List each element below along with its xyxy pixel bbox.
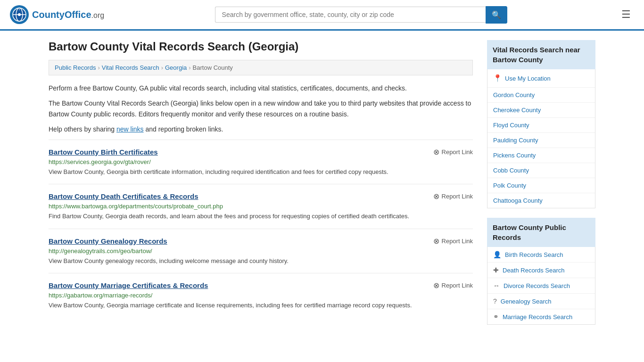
record-header: Bartow County Birth Certificates ⊗ Repor… <box>49 148 473 156</box>
report-icon: ⊗ <box>433 148 439 156</box>
location-pin-icon: 📍 <box>493 74 502 82</box>
main-container: Bartow County Vital Records Search (Geor… <box>39 31 605 344</box>
intro-paragraph-2: The Bartow County Vital Records Search (… <box>49 98 473 119</box>
nearby-county-item: Chattooga County <box>487 193 595 208</box>
report-link[interactable]: ⊗ Report Link <box>433 237 473 246</box>
record-entry: Bartow County Birth Certificates ⊗ Repor… <box>49 140 473 184</box>
sidebar: Vital Records Search near Bartow County … <box>487 40 595 334</box>
record-url: https://gabartow.org/marriage-records/ <box>49 292 473 299</box>
breadcrumb-public-records[interactable]: Public Records <box>55 64 96 71</box>
report-label: Report Link <box>442 282 473 289</box>
public-record-item: ⚭ Marriage Records Search <box>487 309 595 324</box>
nearby-county-item: Pickens County <box>487 148 595 163</box>
nearby-section: Vital Records Search near Bartow County … <box>487 40 595 208</box>
intro-paragraph-3: Help others by sharing new links and rep… <box>49 124 473 134</box>
search-input[interactable] <box>215 7 486 23</box>
nearby-county-item: Cherokee County <box>487 103 595 118</box>
page-title: Bartow County Vital Records Search (Geor… <box>49 40 473 53</box>
public-records-list: 👤 Birth Records Search ✚ Death Records S… <box>487 247 595 325</box>
nearby-county-link[interactable]: Cobb County <box>493 167 529 174</box>
nearby-county-item: Paulding County <box>487 133 595 148</box>
new-links-link[interactable]: new links <box>116 125 144 133</box>
report-label: Report Link <box>442 148 473 156</box>
breadcrumb-current: Bartow County <box>193 64 233 71</box>
search-button[interactable]: 🔍 <box>486 6 507 24</box>
record-desc: Find Bartow County, Georgia death record… <box>49 212 473 221</box>
public-record-icon: 👤 <box>493 251 501 258</box>
menu-button[interactable]: ☰ <box>618 7 635 23</box>
records-list: Bartow County Birth Certificates ⊗ Repor… <box>49 140 473 318</box>
public-record-link[interactable]: Marriage Records Search <box>503 313 572 321</box>
record-title[interactable]: Bartow County Death Certificates & Recor… <box>49 192 198 200</box>
record-title[interactable]: Bartow County Birth Certificates <box>49 148 158 156</box>
public-record-item: 👤 Birth Records Search <box>487 247 595 263</box>
record-url: https://www.bartowga.org/departments/cou… <box>49 203 473 210</box>
logo: CountyOffice.org <box>9 5 104 25</box>
public-record-link[interactable]: Birth Records Search <box>505 251 563 258</box>
record-desc: View Bartow County, Georgia birth certif… <box>49 167 473 177</box>
public-record-item: ✚ Death Records Search <box>487 263 595 278</box>
breadcrumb-georgia[interactable]: Georgia <box>165 64 187 71</box>
report-icon: ⊗ <box>433 192 439 201</box>
content-area: Bartow County Vital Records Search (Geor… <box>49 40 473 334</box>
nearby-county-link[interactable]: Pickens County <box>493 152 536 159</box>
public-record-icon: ✚ <box>493 266 499 274</box>
use-location-item: 📍 Use My Location <box>487 69 595 88</box>
public-record-icon: ↔ <box>493 282 500 289</box>
record-header: Bartow County Death Certificates & Recor… <box>49 192 473 201</box>
nearby-header: Vital Records Search near Bartow County <box>487 40 595 69</box>
public-records-section: Bartow County Public Records 👤 Birth Rec… <box>487 218 595 325</box>
logo-icon <box>9 5 29 25</box>
site-header: CountyOffice.org 🔍 ☰ <box>0 0 644 31</box>
use-location-link[interactable]: Use My Location <box>505 75 551 82</box>
nearby-county-link[interactable]: Paulding County <box>493 137 538 144</box>
nearby-county-link[interactable]: Chattooga County <box>493 197 543 204</box>
record-url: http://genealogytrails.com/geo/bartow/ <box>49 247 473 255</box>
report-label: Report Link <box>442 193 473 200</box>
record-desc: View Bartow County, Georgia marriage cer… <box>49 301 473 310</box>
record-title[interactable]: Bartow County Genealogy Records <box>49 237 167 245</box>
public-record-link[interactable]: Genealogy Search <box>501 298 552 305</box>
record-entry: Bartow County Marriage Certificates & Re… <box>49 273 473 318</box>
breadcrumb-vital-records[interactable]: Vital Records Search <box>102 64 159 71</box>
breadcrumb-sep2: › <box>161 64 163 71</box>
record-url: https://services.georgia.gov/gta/rover/ <box>49 158 473 165</box>
report-icon: ⊗ <box>433 281 439 290</box>
report-icon: ⊗ <box>433 237 439 246</box>
public-record-item: ↔ Divorce Records Search <box>487 278 595 294</box>
nearby-county-link[interactable]: Gordon County <box>493 91 535 99</box>
nearby-county-link[interactable]: Polk County <box>493 182 526 189</box>
breadcrumb-sep1: › <box>98 64 99 71</box>
nearby-county-item: Polk County <box>487 178 595 193</box>
record-desc: View Bartow County genealogy records, in… <box>49 256 473 266</box>
record-header: Bartow County Genealogy Records ⊗ Report… <box>49 237 473 246</box>
public-record-item: ? Genealogy Search <box>487 294 595 309</box>
nearby-county-item: Gordon County <box>487 88 595 103</box>
report-link[interactable]: ⊗ Report Link <box>433 148 473 156</box>
nearby-county-item: Floyd County <box>487 118 595 133</box>
report-link[interactable]: ⊗ Report Link <box>433 192 473 201</box>
breadcrumb: Public Records › Vital Records Search › … <box>49 60 473 75</box>
record-entry: Bartow County Genealogy Records ⊗ Report… <box>49 229 473 273</box>
public-record-link[interactable]: Divorce Records Search <box>504 282 570 289</box>
svg-point-4 <box>18 13 21 16</box>
intro-paragraph-1: Perform a free Bartow County, GA public … <box>49 83 473 93</box>
breadcrumb-sep3: › <box>189 64 190 71</box>
nearby-county-link[interactable]: Cherokee County <box>493 107 541 114</box>
public-record-icon: ⚭ <box>493 313 499 321</box>
record-entry: Bartow County Death Certificates & Recor… <box>49 184 473 229</box>
search-bar: 🔍 <box>215 6 507 24</box>
public-record-icon: ? <box>493 297 497 305</box>
public-record-link[interactable]: Death Records Search <box>503 267 565 274</box>
nearby-county-link[interactable]: Floyd County <box>493 122 529 129</box>
nearby-counties-list: Gordon CountyCherokee CountyFloyd County… <box>487 88 595 208</box>
public-records-header: Bartow County Public Records <box>487 218 595 247</box>
nearby-list: 📍 Use My Location Gordon CountyCherokee … <box>487 69 595 208</box>
record-title[interactable]: Bartow County Marriage Certificates & Re… <box>49 281 208 289</box>
nearby-county-item: Cobb County <box>487 163 595 178</box>
record-header: Bartow County Marriage Certificates & Re… <box>49 281 473 290</box>
report-link[interactable]: ⊗ Report Link <box>433 281 473 290</box>
public-records-items: 👤 Birth Records Search ✚ Death Records S… <box>487 247 595 324</box>
logo-text: CountyOffice.org <box>32 9 104 20</box>
report-label: Report Link <box>442 238 473 245</box>
